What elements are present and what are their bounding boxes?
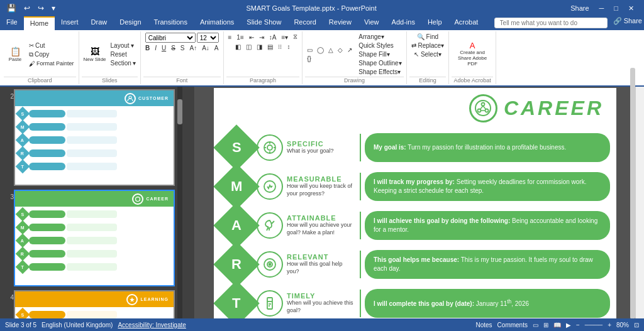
shape6[interactable]: {} [305,55,313,63]
tab-slideshow[interactable]: Slide Show [240,16,287,30]
slides-scrollbar[interactable] [177,87,182,331]
tell-me-input[interactable] [494,18,608,28]
new-slide-button[interactable]: 🖼 New Slide [82,46,108,63]
right-scroll-panel[interactable] [635,87,644,331]
font-family-select[interactable]: Calibri [145,33,196,43]
zoom-slider[interactable]: ──── [585,322,602,328]
tab-addins[interactable]: Add-ins [386,16,421,30]
label-timely: TIMELY [287,292,356,300]
smartart-button[interactable]: ⧖ [291,33,299,41]
paste-icon: 📋 [10,47,21,56]
goal-text-t: I will complete this goal by (date): Jan… [374,298,529,308]
comments-button[interactable]: Comments [497,322,528,328]
canvas-vscroll[interactable] [630,87,635,319]
share-button[interactable]: Share [565,0,594,16]
shadow-button[interactable]: S [179,44,187,52]
underline-button[interactable]: U [160,44,168,52]
svg-point-4 [136,200,137,201]
customize-icon[interactable]: ▾ [50,3,57,13]
align-text-button[interactable]: ≡▾ [279,33,290,41]
redo-icon[interactable]: ↪ [36,3,46,13]
bold-button[interactable]: B [143,44,152,52]
fit-slide-btn[interactable]: ⊡ [634,322,639,328]
tab-draw[interactable]: Draw [85,16,114,30]
label-col-a: ATTAINABLE How will you achieve your goa… [287,214,356,236]
columns-button[interactable]: ⁝⁝ [276,43,284,51]
zoom-in-btn[interactable]: + [608,322,611,328]
tab-file[interactable]: File [0,16,24,30]
shape1[interactable]: ▭ [305,46,314,54]
font-size-select[interactable]: 12 [197,33,219,43]
shape-outline-button[interactable]: Shape Outline▾ [357,59,403,67]
increase-font-button[interactable]: A↑ [188,44,199,52]
arrange-button[interactable]: Arrange▾ [357,33,403,41]
slide-item-3[interactable]: 3 CAREER S M A R [3,190,175,286]
slide-sorter-icon[interactable]: ⊞ [543,322,548,328]
close-button[interactable]: ✕ [623,0,639,16]
format-painter-button[interactable]: 🖌Format Painter [27,60,76,68]
tab-view[interactable]: View [358,16,386,30]
icon-circle-s [257,134,283,161]
cut-button[interactable]: ✂Cut [27,41,76,50]
tab-home[interactable]: Home [24,16,55,30]
paste-button[interactable]: 📋 Paste [4,46,26,63]
create-adobe-pdf-button[interactable]: A Create and Share Adobe PDF [452,40,493,68]
slide-thumb-3[interactable]: CAREER S M A R T [14,190,175,286]
strikethrough-button[interactable]: S [169,44,177,52]
notes-button[interactable]: Notes [475,322,492,328]
find-button[interactable]: 🔍 Find [415,33,440,41]
tab-review[interactable]: Review [323,16,358,30]
replace-button[interactable]: ⇄ Replace▾ [409,41,446,50]
reset-button[interactable]: Reset [109,50,138,58]
accessibility-indicator[interactable]: Accessibility: Investigate [118,322,186,328]
save-icon[interactable]: 💾 [5,3,18,13]
tab-insert[interactable]: Insert [55,16,85,30]
justify-button[interactable]: ▤ [265,43,275,51]
maximize-button[interactable]: □ [609,0,623,16]
share-ribbon-btn[interactable]: 🔗 Share [611,16,644,30]
slide-thumb-2[interactable]: CUSTOMER S M A R T [14,89,175,186]
slide-item-2[interactable]: 2 CUSTOMER S M A R [3,89,175,186]
slides-scrollbar-thumb[interactable] [177,99,182,124]
section-button[interactable]: Section▾ [109,59,138,67]
shape4[interactable]: ◇ [336,46,345,54]
bullets-button[interactable]: ≡ [226,33,234,41]
line-spacing-button[interactable]: ↕ [285,43,292,51]
align-right-button[interactable]: ◨ [255,43,264,51]
shape2[interactable]: ◯ [315,46,326,54]
sublabel-specific: What is your goal? [287,148,356,155]
align-left-button[interactable]: ◧ [233,43,243,51]
minimize-button[interactable]: ─ [594,0,609,16]
svg-line-19 [272,221,274,224]
decrease-font-button[interactable]: A↓ [200,44,211,52]
text-direction-button[interactable]: ↕A [267,33,279,41]
title-bar: 💾 ↩ ↪ ▾ SMART Goals Template.pptx - Powe… [0,0,644,16]
tab-help[interactable]: Help [421,16,448,30]
sublabel-measurable: How will you keep track of your progress… [287,183,356,197]
undo-icon[interactable]: ↩ [22,3,32,13]
layout-button[interactable]: Layout▾ [109,41,138,50]
shape3[interactable]: △ [326,46,335,54]
thumb3-icon [132,193,143,205]
font-color-button[interactable]: A [213,44,221,52]
italic-button[interactable]: I [153,44,158,52]
zoom-out-btn[interactable]: − [576,322,580,328]
normal-view-icon[interactable]: ▭ [533,322,538,328]
shape-fill-button[interactable]: Shape Fill▾ [357,50,403,58]
align-center-button[interactable]: ◫ [244,43,253,51]
tab-transitions[interactable]: Transitions [148,16,194,30]
shape-effects-button[interactable]: Shape Effects▾ [357,68,403,76]
slideshow-icon[interactable]: ▶ [566,322,571,328]
tab-animations[interactable]: Animations [194,16,240,30]
decrease-indent-button[interactable]: ⇤ [247,33,256,41]
tab-design[interactable]: Design [113,16,147,30]
reading-view-icon[interactable]: 📖 [553,322,561,328]
copy-button[interactable]: ⧉Copy [27,50,76,59]
shape5[interactable]: ↗ [345,46,354,54]
increase-indent-button[interactable]: ⇥ [257,33,266,41]
quick-styles-button[interactable]: Quick Styles [357,41,403,50]
tab-record[interactable]: Record [287,16,322,30]
tab-acrobat[interactable]: Acrobat [448,16,485,30]
select-button[interactable]: ↖ Select▾ [412,50,443,58]
numbering-button[interactable]: 1≡ [235,33,245,41]
